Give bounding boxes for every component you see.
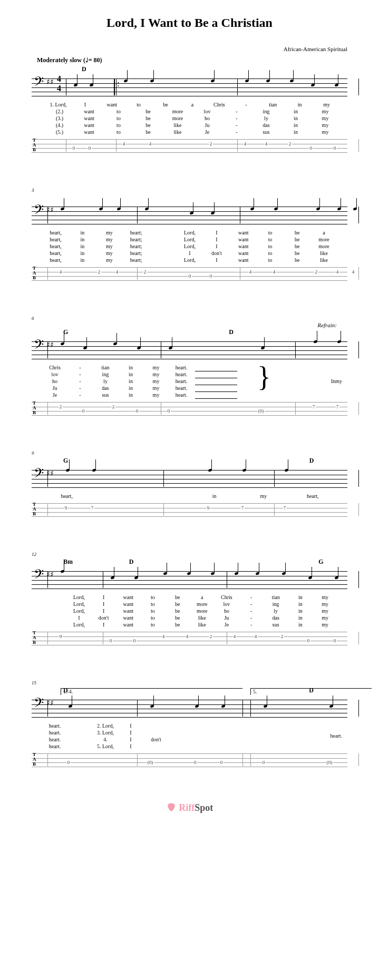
tablature: TAB0044244200 (32, 139, 347, 156)
ending-first: 1.-4. (61, 688, 242, 695)
tab-fret: 4 (149, 141, 152, 146)
tab-fret: 0 (82, 408, 85, 414)
tab-fret: 0 (333, 145, 337, 151)
tab-fret: 0 (133, 638, 137, 643)
tab-fret: 0 (188, 273, 192, 279)
tab-fret: 4 (336, 269, 339, 275)
lyric-line: (4.)wanttobelikeJu-dasinmy (32, 122, 347, 129)
lyrics-block: Lord,IwanttobeaChris-tianinmyLord,Iwantt… (32, 594, 347, 629)
lyric-line: (2.)wanttobemorelov-inginmy (32, 109, 347, 115)
staff: 𝄢♯♯ (32, 567, 347, 592)
lyric-line: Chris-tianinmyheart. (32, 365, 347, 371)
lyric-line: ho-lyinmyheart. (32, 378, 347, 385)
chord-symbol: D (229, 328, 234, 336)
lyrics-block: 1. Lord,IwanttobeaChris-tianinmy(2.)want… (32, 102, 347, 136)
measure-number: 15 (32, 680, 368, 685)
tab-fret: 4 (122, 141, 126, 146)
tab-fret: (0) (147, 760, 154, 765)
tablature: TAB20200(0)77 (32, 402, 347, 419)
tablature: TAB97977 (32, 503, 347, 520)
chord-symbol: G (318, 558, 323, 566)
tab-fret: 2 (288, 141, 292, 146)
tab-fret: 2 (280, 634, 284, 639)
chord-row: BmDG (47, 558, 368, 566)
ending-second: 5. (250, 688, 372, 695)
tab-fret: 9 (64, 505, 68, 511)
lyric-line: Lord,IwanttobeaChris-tianinmy (32, 594, 347, 601)
chord-symbol: D (82, 65, 86, 73)
tab-fret: 7 (91, 505, 94, 511)
chord-symbol: G (63, 457, 68, 465)
lyric-line: (3.)wanttobemoreho-lyinmy (32, 115, 347, 122)
tab-fret: 0 (220, 760, 223, 765)
tab-fret: 0 (88, 145, 92, 151)
lyric-line: Ju-dasinmyheart. (32, 385, 347, 392)
tab-fret: 9 (207, 505, 210, 511)
tab-fret: 7 (241, 505, 245, 511)
lyric-line: heart.2. Lord,I (32, 723, 347, 730)
lyric-line: Je-susinmyheart. (32, 392, 347, 399)
lyric-line: lov-inginmyheart. (32, 371, 347, 378)
tab-fret: 2 (143, 269, 147, 275)
tab-fret: 4 (244, 141, 247, 146)
tab-fret: 0 (67, 760, 71, 765)
lyrics-block: Chris-tianinmyheart.lov-inginmyheart.ho-… (32, 365, 347, 399)
chord-row (47, 194, 368, 201)
tab-fret: 0 (309, 145, 313, 151)
lyric-line: (5.)wanttobelikeJe-susinmy (32, 129, 347, 136)
tab-fret: 0 (72, 145, 76, 151)
tab-fret: 7 (336, 404, 339, 409)
system-3: 6Refrain:GD𝄢♯♯Chris-tianinmyheart.lov-in… (11, 316, 368, 419)
chord-row: GD (47, 328, 368, 336)
music-score: D𝄢♯♯44••1. Lord,IwanttobeaChris-tianinmy… (11, 65, 368, 770)
watermark: RiffSpot (11, 802, 368, 814)
tab-fret: 4 (115, 269, 119, 275)
tab-fret: 0 (333, 638, 337, 643)
tablature: TAB0(0)000(0) (32, 753, 347, 770)
staff: 𝄢♯♯ (32, 466, 347, 491)
brace-icon: } (257, 362, 271, 391)
tab-fret: 4 (265, 141, 268, 146)
tab-fret: 4 (233, 634, 237, 639)
tab-fret: 0 (167, 408, 171, 414)
lyric-line: Lord,Iwanttobemorelov-inginmy (32, 601, 347, 608)
tab-fret: 2 (209, 141, 213, 146)
chord-row: D (47, 65, 368, 73)
tab-fret: 4 (273, 269, 276, 275)
lyric-line: heart,inmyheart;Lord,Iwanttobea (32, 230, 347, 237)
tablature: TAB42420044244 (32, 267, 347, 284)
tab-fret: 2 (315, 269, 318, 275)
tablature: TAB90044244200 (32, 632, 347, 649)
chord-symbol: D (309, 457, 314, 465)
lyric-line: heart.4.Idon't (32, 737, 347, 743)
tab-fret: 2 (59, 404, 63, 409)
system-5: 12BmDG𝄢♯♯Lord,IwanttobeaChris-tianinmyLo… (11, 552, 368, 649)
lyric-line: heart,inmyheart;Lord,Iwanttobelike (32, 257, 347, 264)
tab-fret: 4 (249, 269, 252, 275)
tab-fret: 2 (98, 269, 101, 275)
tab-fret: 2 (112, 404, 115, 409)
page-title: Lord, I Want to Be a Christian (11, 16, 368, 30)
tab-fret: 2 (209, 634, 213, 639)
tab-fret: 7 (283, 505, 287, 511)
tab-fret: 0 (307, 638, 310, 643)
refrain-label: Refrain: (11, 322, 337, 328)
lyric-line: heart,inmyheart, (32, 493, 347, 500)
chord-symbol: D (129, 558, 134, 566)
tab-fret: 4 (352, 269, 355, 275)
staff: 𝄢♯♯ (32, 202, 347, 228)
staff: 𝄢♯♯ (32, 337, 347, 362)
tab-fret: 4 (254, 634, 258, 639)
lyric-refrain: Inmy (331, 378, 342, 384)
lyric-line: heart,inmyheart;Lord,Iwanttobemore (32, 237, 347, 243)
lyric-line: heart,inmyheart;Idon'twanttobelike (32, 250, 347, 257)
lyric-line: heart,inmyheart;Lord,Iwanttobemore (32, 243, 347, 250)
lyric-line: heart.3. Lord,I (32, 730, 347, 737)
tab-fret: 9 (59, 634, 63, 639)
tab-fret: 0 (109, 638, 113, 643)
staff: 𝄢♯♯44•• (32, 74, 347, 100)
lyrics-block: heart.2. Lord,Iheart.3. Lord,Iheart.4.Id… (32, 723, 347, 750)
lyric-line: Lord,Iwanttobemoreho-lyinmy (32, 608, 347, 615)
lyric-line: 1. Lord,IwanttobeaChris-tianinmy (32, 102, 347, 109)
system-1: D𝄢♯♯44••1. Lord,IwanttobeaChris-tianinmy… (11, 65, 368, 156)
